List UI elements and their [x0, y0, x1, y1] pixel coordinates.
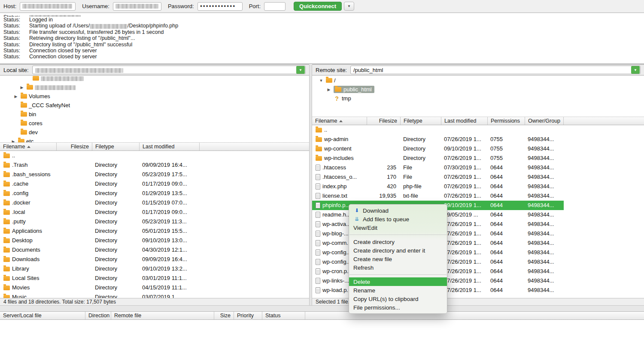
- last-modified-cell: [140, 151, 200, 160]
- chevron-down-icon: ▼: [299, 68, 302, 72]
- remote-file-row-wp-includes[interactable]: wp-includesDirectory07/26/2019 1...07559…: [312, 153, 564, 163]
- menu-item-download[interactable]: ⬇Download: [349, 206, 447, 215]
- local-site-combobox[interactable]: ▼: [32, 66, 306, 74]
- local-file-row-docker[interactable]: .dockerDirectory01/15/2019 07:0...: [0, 198, 309, 208]
- remote-column-header-filename[interactable]: Filename: [312, 117, 367, 125]
- local-file-row-desktop[interactable]: DesktopDirectory09/10/2019 13:0...: [0, 236, 309, 245]
- pane-splitter[interactable]: [309, 65, 312, 305]
- local-column-header-filesize[interactable]: Filesize: [57, 143, 92, 150]
- collapsed-arrow-icon[interactable]: ▶: [19, 85, 25, 90]
- remote-tree-item-tmp[interactable]: ?tmp: [312, 94, 644, 103]
- menu-item-create-directory-and-enter-it[interactable]: Create directory and enter it: [349, 246, 447, 255]
- folder-icon: [3, 191, 10, 196]
- local-column-header-filename[interactable]: Filename: [0, 143, 57, 150]
- collapsed-arrow-icon[interactable]: ▶: [13, 94, 19, 99]
- host-input[interactable]: [20, 2, 76, 11]
- local-file-row-movies[interactable]: MoviesDirectory04/15/2019 11:1...: [0, 283, 309, 292]
- owner-group-cell: 9498344...: [525, 144, 564, 153]
- menu-item-copy-url-s-to-clipboard[interactable]: Copy URL(s) to clipboard: [349, 295, 447, 303]
- menu-item-rename[interactable]: Rename: [349, 286, 447, 295]
- menu-item-refresh[interactable]: Refresh: [349, 263, 447, 272]
- local-tree-item-bin[interactable]: bin: [0, 110, 309, 119]
- local-file-row-downloads[interactable]: DownloadsDirectory09/09/2019 16:4...: [0, 255, 309, 264]
- last-modified-cell: 09/09/2019 16:4...: [140, 255, 200, 264]
- status-prefix: Status:: [3, 42, 29, 48]
- filetype-cell: Directory: [92, 236, 140, 245]
- remote-file-row-htaccess-o[interactable]: .htaccess_o...170File07/26/2019 1...0644…: [312, 172, 564, 182]
- menu-item-file-permissions[interactable]: File permissions...: [349, 303, 447, 312]
- local-file-row-[interactable]: ..: [0, 151, 309, 160]
- filetype-cell: Directory: [92, 226, 140, 236]
- remote-column-header-filesize[interactable]: Filesize: [367, 117, 401, 125]
- remote-file-row-license-txt[interactable]: license.txt19,935txt-file07/26/2019 1...…: [312, 191, 564, 201]
- local-tree-item-dev[interactable]: dev: [0, 128, 309, 137]
- local-file-row-bash-sessions[interactable]: .bash_sessionsDirectory05/23/2019 17:5..…: [0, 170, 309, 179]
- local-file-row-local-sites[interactable]: Local SitesDirectory03/01/2019 11:1...: [0, 274, 309, 283]
- remote-file-row-wp-content[interactable]: wp-contentDirectory09/10/2019 1...075594…: [312, 144, 564, 153]
- expanded-arrow-icon[interactable]: ▼: [318, 78, 324, 83]
- remote-column-header-filetype[interactable]: Filetype: [401, 117, 441, 125]
- remote-site-combobox[interactable]: /public_html ▼: [350, 66, 641, 74]
- menu-item-add-files-to-queue[interactable]: ⇊Add files to queue: [349, 215, 447, 223]
- local-file-row-applications[interactable]: ApplicationsDirectory05/01/2019 15:5...: [0, 226, 309, 236]
- quickconnect-dropdown-button[interactable]: ▼: [344, 2, 354, 11]
- remote-file-row-wp-admin[interactable]: wp-adminDirectory07/26/2019 1...07559498…: [312, 135, 564, 144]
- remote-column-header-permissions[interactable]: Permissions: [488, 117, 525, 125]
- menu-item-delete[interactable]: Delete: [349, 277, 447, 286]
- queue-column-header-priority[interactable]: Priority: [234, 312, 262, 319]
- collapsed-arrow-icon[interactable]: ▶: [10, 139, 16, 143]
- local-tree-item[interactable]: [0, 76, 309, 83]
- filename-cell: wp-includes: [312, 153, 367, 163]
- port-input[interactable]: [264, 2, 286, 11]
- menu-item-create-new-file[interactable]: Create new file: [349, 255, 447, 263]
- local-file-list: ...TrashDirectory09/09/2019 16:4....bash…: [0, 151, 309, 298]
- collapsed-arrow-icon[interactable]: ▶: [326, 87, 332, 92]
- queue-column-header-status[interactable]: Status: [262, 312, 305, 319]
- queue-column-header-size[interactable]: Size: [214, 312, 234, 319]
- remote-column-header-owner-group[interactable]: Owner/Group: [525, 117, 564, 125]
- local-file-row-cache[interactable]: .cacheDirectory01/17/2019 09:0...: [0, 179, 309, 189]
- remote-file-row-[interactable]: ..: [312, 125, 564, 135]
- password-dots: ●●●●●●●●●●●●: [200, 4, 236, 8]
- menu-item-view-edit[interactable]: View/Edit: [349, 223, 447, 232]
- remote-file-row-index-php[interactable]: index.php420php-file07/26/2019 1...06449…: [312, 182, 564, 191]
- folder-icon: [21, 130, 27, 135]
- filename-cell: license.txt: [312, 191, 367, 201]
- tree-item-label: [41, 76, 84, 81]
- password-input[interactable]: ●●●●●●●●●●●●: [197, 2, 243, 11]
- last-modified-cell: 07/26/2019 1...: [441, 286, 488, 295]
- filesize-cell: [57, 283, 92, 292]
- local-file-row-putty[interactable]: .puttyDirectory05/23/2019 11:3...: [0, 217, 309, 226]
- local-file-row-documents[interactable]: DocumentsDirectory04/30/2019 12:1...: [0, 245, 309, 255]
- local-tree-item-cores[interactable]: cores: [0, 119, 309, 128]
- queue-column-header-server-local-file[interactable]: Server/Local file: [0, 312, 85, 319]
- filename-cell: ..: [0, 151, 57, 160]
- local-column-header-filetype[interactable]: Filetype: [92, 143, 140, 150]
- remote-tree-item-[interactable]: ▼/: [312, 76, 644, 85]
- queue-column-header-remote-file[interactable]: Remote file: [111, 312, 214, 319]
- username-input[interactable]: [113, 2, 161, 11]
- local-tree-item-volumes[interactable]: ▶Volumes: [0, 92, 309, 101]
- local-file-row-local[interactable]: .localDirectory01/17/2019 09:0...: [0, 208, 309, 217]
- queue-splitter[interactable]: [0, 305, 644, 311]
- menu-item-create-directory[interactable]: Create directory: [349, 238, 447, 246]
- queue-column-header-direction[interactable]: Direction: [85, 312, 111, 319]
- download-icon: ⬇: [353, 208, 360, 213]
- remote-tree-item-public-html[interactable]: ▶public_html: [312, 85, 644, 94]
- local-tree-item-etc[interactable]: ▶etc: [0, 137, 309, 142]
- local-file-row-trash[interactable]: .TrashDirectory09/09/2019 16:4...: [0, 160, 309, 170]
- quickconnect-button[interactable]: Quickconnect: [294, 2, 342, 11]
- local-file-row-config[interactable]: .configDirectory01/29/2019 13:5...: [0, 189, 309, 198]
- local-column-header-last-modified[interactable]: Last modified: [140, 143, 200, 150]
- local-tree-item[interactable]: ▶: [0, 83, 309, 92]
- remote-column-header-last-modified[interactable]: Last modified: [441, 117, 488, 125]
- filename-cell: Documents: [0, 245, 57, 255]
- local-file-row-music[interactable]: MusicDirectory03/07/2019 1...: [0, 292, 309, 298]
- remote-file-row-htaccess[interactable]: .htaccess235File07/30/2019 1...064494983…: [312, 163, 564, 172]
- last-modified-cell: 09/09/2019 16:4...: [140, 160, 200, 170]
- filename-cell: .htaccess: [312, 163, 367, 172]
- local-tree-item-ccc-safetynet[interactable]: _CCC SafetyNet: [0, 101, 309, 110]
- local-site-dropdown-button[interactable]: ▼: [296, 66, 305, 74]
- remote-site-dropdown-button[interactable]: ▼: [631, 66, 640, 74]
- local-file-row-library[interactable]: LibraryDirectory09/10/2019 13:2...: [0, 264, 309, 274]
